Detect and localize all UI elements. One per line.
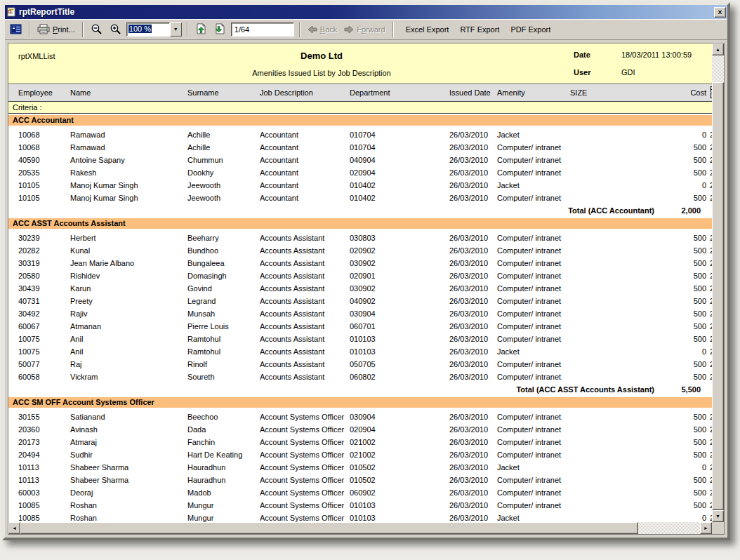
cell-cost: 500 <box>640 476 708 484</box>
cell-job-description: Accountant <box>260 143 350 152</box>
cell-job-description: Accounts Assistant <box>260 347 350 356</box>
scroll-up-icon[interactable]: ▲ <box>712 44 724 55</box>
scroll-down-icon[interactable]: ▼ <box>712 510 724 522</box>
cell-amenity: Computer/ intranet <box>497 476 570 484</box>
cell-employee: 20360 <box>8 425 70 434</box>
cell-department: 030904 <box>350 309 449 318</box>
cell-amenity: Computer/ intranet <box>497 194 570 202</box>
report-row: 20580RishidevDomasinghAccounts Assistant… <box>8 269 712 282</box>
toolbar-separator <box>29 22 30 37</box>
zoom-in-button[interactable] <box>107 22 124 36</box>
horizontal-scrollbar[interactable]: ◄ ► <box>8 522 712 534</box>
group-tree-toggle-button[interactable] <box>8 22 24 36</box>
forward-button[interactable]: Forward <box>342 24 387 35</box>
report-row: 10068RamawadAchilleAccountant01070426/03… <box>8 141 712 154</box>
cell-job-description: Accounts Assistant <box>260 272 350 280</box>
report-row: 40731PreetyLegrandAccounts Assistant0409… <box>8 295 712 307</box>
cell-name: Rakesh <box>70 168 187 177</box>
zoom-level-combobox[interactable]: 100 % ▼ <box>126 22 182 36</box>
cell-cost: 500 <box>640 425 708 434</box>
group-total-label: Total (ACC Accountant) <box>568 206 654 215</box>
report-viewport: rptXMLList Demo Ltd Amenities Issued Lis… <box>8 43 725 535</box>
cell-surname: Govind <box>187 284 260 293</box>
page-down-icon <box>214 23 226 35</box>
print-button[interactable]: Print... <box>35 22 77 36</box>
cell-job-description: Account Systems Officer <box>260 425 350 434</box>
close-button[interactable]: × <box>714 7 726 18</box>
cell-job-description: Accounts Assistant <box>260 246 350 255</box>
cell-surname: Hauradhun <box>187 476 260 484</box>
rtf-export-button[interactable]: RTF Export <box>460 25 499 34</box>
cell-amenity: Jacket <box>497 463 570 472</box>
back-button[interactable]: Back <box>305 24 339 35</box>
excel-export-button[interactable]: Excel Export <box>406 25 449 34</box>
cell-job-description: Account Systems Officer <box>260 514 350 522</box>
cell-name: Atmaraj <box>70 438 187 446</box>
cell-job-description: Accountant <box>260 156 350 164</box>
cell-employee: 60003 <box>8 488 70 497</box>
cell-surname: Bundhoo <box>187 246 260 255</box>
scroll-left-icon[interactable]: ◄ <box>8 522 20 534</box>
cell-amenity: Computer/ intranet <box>497 425 570 434</box>
report-page: rptXMLList Demo Ltd Amenities Issued Lis… <box>8 44 712 522</box>
vertical-scrollbar[interactable]: ▲ ▼ <box>712 44 724 522</box>
cell-employee: 30492 <box>8 309 70 318</box>
group-rows: 30239HerbertBeeharryAccounts Assistant03… <box>8 229 712 383</box>
page-number-input[interactable] <box>231 22 294 36</box>
cell-department: 030902 <box>350 284 449 293</box>
report-row: 60067AtmananPierre LouisAccounts Assista… <box>8 320 712 333</box>
cell-amenity: Computer/ intranet <box>497 451 570 459</box>
cell-employee: 30239 <box>8 234 70 242</box>
zoom-out-button[interactable] <box>88 22 105 36</box>
cell-department: 030902 <box>350 259 449 267</box>
cell-cost: 500 <box>640 322 708 331</box>
report-row: 20282KunalBundhooAccounts Assistant02090… <box>8 244 712 257</box>
cell-department: 021002 <box>350 451 449 459</box>
column-header-cost: Cost <box>640 88 708 97</box>
cell-amenity: Computer/ intranet <box>497 297 570 305</box>
cell-issued-date: 26/03/2010 <box>449 413 497 421</box>
cell-surname: Rinolf <box>187 360 260 368</box>
cell-department: 040904 <box>350 156 449 164</box>
cell-employee: 10085 <box>8 514 70 522</box>
cell-employee: 10068 <box>8 143 70 152</box>
cell-job-description: Accounts Assistant <box>260 373 350 381</box>
cell-cost: 500 <box>640 451 708 459</box>
cell-amenity: Jacket <box>497 131 570 139</box>
cell-surname: Soureth <box>187 373 260 381</box>
cell-surname: Mungur <box>187 501 260 509</box>
cell-job-description: Accountant <box>260 181 350 189</box>
pdf-export-button[interactable]: PDF Export <box>510 25 550 34</box>
column-header-surname: Surname <box>187 88 260 97</box>
report-icon <box>6 7 17 18</box>
cell-employee: 10068 <box>8 131 70 139</box>
cell-name: Anil <box>70 347 187 356</box>
cell-cost: 500 <box>640 309 708 318</box>
cell-employee: 10105 <box>8 194 70 202</box>
report-row: 20494SudhirHart De KeatingAccount System… <box>8 448 712 461</box>
cell-name: Atmanan <box>70 322 187 331</box>
report-row: 20360AvinashDadaAccount Systems Officer0… <box>8 423 712 436</box>
horizontal-scroll-thumb[interactable] <box>20 522 638 534</box>
scroll-right-icon[interactable]: ► <box>700 522 712 534</box>
cell-cost: 500 <box>640 234 708 242</box>
horizontal-scroll-track[interactable] <box>638 522 700 534</box>
cell-job-description: Accounts Assistant <box>260 360 350 368</box>
chevron-down-icon[interactable]: ▼ <box>170 22 182 36</box>
vertical-scroll-thumb[interactable] <box>712 82 724 510</box>
cell-employee: 30155 <box>8 413 70 421</box>
next-page-button[interactable] <box>212 22 228 36</box>
cell-department: 060701 <box>350 322 449 331</box>
cell-job-description: Accounts Assistant <box>260 335 350 343</box>
cell-amenity: Computer/ intranet <box>497 438 570 446</box>
toolbar: Print... 100 % ▼ <box>5 19 727 40</box>
cell-name: Antoine Sapany <box>70 156 187 164</box>
cell-name: Manoj Kumar Singh <box>70 194 187 202</box>
vertical-scroll-track[interactable] <box>712 55 724 82</box>
cell-cost: 500 <box>640 168 708 177</box>
cell-surname: Hart De Keating <box>187 451 260 459</box>
cell-issued-date: 26/03/2010 <box>449 425 497 434</box>
cell-name: Raj <box>70 360 187 368</box>
previous-page-button[interactable] <box>193 22 209 36</box>
cell-department: 040902 <box>350 297 449 305</box>
